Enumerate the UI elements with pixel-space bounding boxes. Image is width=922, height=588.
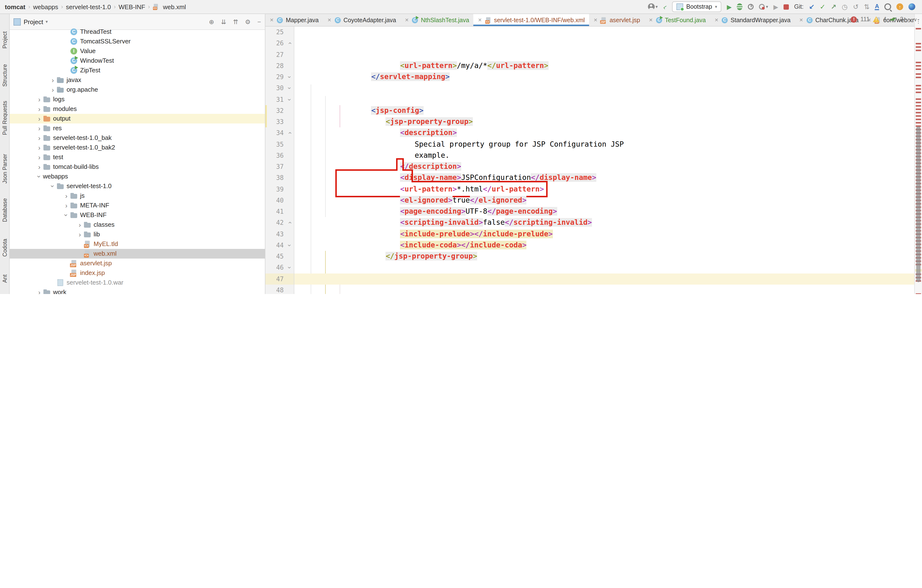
profiler-button[interactable] (748, 4, 754, 10)
tree-chevron-icon[interactable] (49, 183, 56, 189)
update-available-icon[interactable]: ↑ (896, 3, 903, 10)
tool-window-button[interactable]: Database (0, 198, 10, 222)
close-icon[interactable]: ✕ (327, 17, 332, 23)
stop-button[interactable] (783, 4, 789, 10)
tool-window-button[interactable]: Ant (0, 274, 10, 283)
tree-row[interactable]: lib (10, 230, 265, 239)
tree-row[interactable]: web.xml (10, 249, 265, 258)
code-line[interactable]: 34 </description> (265, 127, 914, 139)
editor-tab[interactable]: ✕ StandardWrapper.java (710, 14, 795, 26)
error-stripe-mark[interactable] (916, 50, 921, 51)
code-line[interactable]: 30 <jsp-property-group> (265, 83, 914, 94)
profile-button[interactable]: ▾ (648, 3, 657, 10)
error-stripe-mark[interactable] (916, 85, 921, 86)
tree-chevron-icon[interactable] (36, 163, 43, 170)
error-stripe-mark[interactable] (916, 91, 921, 93)
fold-marker-icon[interactable] (286, 49, 294, 60)
settings-gear-icon[interactable]: ⚙ (245, 18, 251, 25)
fold-marker-icon[interactable] (286, 150, 294, 161)
error-stripe-mark[interactable] (916, 46, 921, 47)
code-line[interactable]: 40 <include-prelude></include-prelude> (265, 195, 914, 206)
code-line[interactable]: 48 example. (265, 284, 914, 294)
tree-row[interactable]: org.apache (10, 85, 265, 95)
breadcrumb-item[interactable]: WEB-INF (118, 3, 146, 10)
project-panel-title[interactable]: Project (24, 18, 43, 25)
gradle-sphere-icon[interactable] (909, 3, 915, 10)
fold-marker-icon[interactable] (286, 284, 294, 294)
git-update-button[interactable]: ↙ (809, 3, 814, 10)
fold-marker-icon[interactable] (286, 71, 294, 83)
tree-row[interactable]: js (10, 191, 265, 201)
tree-row[interactable]: index.jsp (10, 268, 265, 278)
tool-window-button[interactable]: Pull Requests (0, 101, 10, 135)
build-hammer-icon[interactable]: ⌐ (662, 3, 669, 11)
tree-row[interactable]: test (10, 152, 265, 162)
tree-chevron-icon[interactable] (36, 135, 43, 141)
tree-row[interactable]: ZipTest (10, 65, 265, 75)
fold-marker-icon[interactable] (286, 161, 294, 172)
code-line[interactable]: 41 <include-coda></include-coda> (265, 206, 914, 217)
tree-chevron-icon[interactable] (49, 77, 56, 83)
inspections-widget[interactable]: ! 111 4 ✔✔ 3 ∧ ∨ (851, 16, 917, 23)
error-stripe-mark[interactable] (916, 122, 921, 123)
fold-marker-icon[interactable] (286, 217, 294, 229)
tree-chevron-icon[interactable] (63, 193, 70, 199)
fold-marker-icon[interactable] (286, 195, 294, 206)
tree-row[interactable]: modules (10, 104, 265, 114)
error-stripe-mark[interactable] (916, 109, 921, 110)
tree-row[interactable]: WindowTest (10, 56, 265, 65)
close-icon[interactable]: ✕ (714, 17, 719, 23)
collapse-all-button[interactable]: ⇈ (233, 18, 238, 25)
tree-chevron-icon[interactable] (36, 106, 43, 113)
tree-chevron-icon[interactable] (36, 173, 43, 180)
error-stripe-mark[interactable] (916, 88, 921, 90)
tool-window-button[interactable]: Structure (0, 64, 10, 87)
breadcrumb-item[interactable]: tomcat (4, 3, 26, 10)
editor-tab[interactable]: ✕ servlet-test-1.0/WEB-INF/web.xml (474, 14, 589, 26)
editor-tab[interactable]: ✕ TestFound.java (644, 14, 710, 26)
error-stripe-mark[interactable] (916, 115, 921, 116)
tree-chevron-icon[interactable] (63, 202, 70, 209)
editor-tab[interactable]: ✕ CoyoteAdapter.java (323, 14, 401, 26)
tool-window-button[interactable]: Json Parser (0, 154, 10, 183)
run-disabled-button[interactable]: ▶ (773, 3, 778, 10)
code-line[interactable]: 29 <jsp-config> (265, 71, 914, 83)
fold-marker-icon[interactable] (286, 127, 294, 139)
tree-chevron-icon[interactable] (36, 144, 43, 151)
close-icon[interactable]: ✕ (649, 17, 653, 23)
tree-row[interactable]: logs (10, 95, 265, 104)
run-configuration-select[interactable]: Bootstrap ▾ (672, 2, 721, 12)
fold-marker-icon[interactable] (286, 60, 294, 72)
git-commit-button[interactable]: ✓ (820, 3, 825, 10)
next-problem-button[interactable]: ∨ (914, 16, 917, 22)
tree-row[interactable]: res (10, 124, 265, 133)
code-line[interactable]: 25 <url-pattern>/my/a/*</url-pattern> (265, 26, 914, 38)
code-line[interactable]: 36 <url-pattern>*.html</url-pattern> (265, 150, 914, 161)
error-stripe[interactable]: ⌄ ⋮ (914, 14, 922, 294)
tree-chevron-icon[interactable] (76, 221, 83, 228)
tree-row[interactable]: Value (10, 46, 265, 56)
fold-marker-icon[interactable] (286, 229, 294, 240)
error-stripe-mark[interactable] (916, 112, 921, 113)
search-icon[interactable] (884, 3, 891, 10)
tree-row[interactable]: MyEL.tld (10, 239, 265, 249)
fold-marker-icon[interactable] (286, 139, 294, 150)
debug-button[interactable] (737, 3, 743, 10)
tree-row[interactable]: tomcat-build-libs (10, 162, 265, 172)
tree-chevron-icon[interactable] (36, 154, 43, 161)
fold-marker-icon[interactable] (286, 251, 294, 262)
error-stripe-mark[interactable] (916, 102, 921, 103)
tree-row[interactable]: servelet-test-1.0.war (10, 278, 265, 287)
error-stripe-mark[interactable] (916, 105, 921, 106)
breadcrumb-item[interactable]: webapps (32, 3, 59, 10)
code-line[interactable]: 44 <jsp-property-group> (265, 240, 914, 251)
tree-chevron-icon[interactable] (36, 289, 43, 294)
tool-window-button[interactable]: Codota (0, 239, 10, 256)
chevron-down-icon[interactable]: ▾ (46, 19, 48, 24)
close-icon[interactable]: ✕ (405, 17, 409, 23)
tree-row[interactable]: aservlet.jsp (10, 258, 265, 268)
code-line[interactable]: 37 <el-ignored>true</el-ignored> (265, 161, 914, 172)
code-line[interactable]: 32 Special property group for JSP Config… (265, 105, 914, 116)
tree-row[interactable]: classes (10, 220, 265, 230)
error-stripe-mark[interactable] (916, 69, 921, 70)
